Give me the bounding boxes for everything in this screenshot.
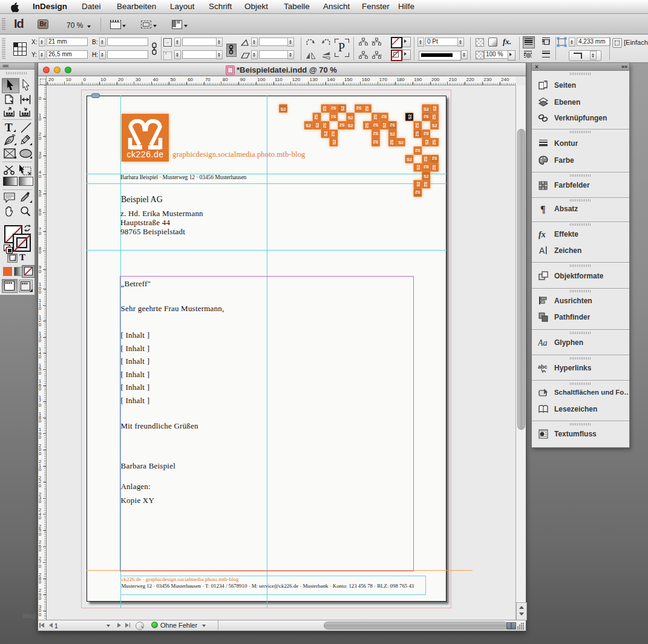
svg-text:S2: S2 <box>373 139 379 145</box>
svg-text:S2: S2 <box>348 123 353 128</box>
svg-text:S2: S2 <box>414 123 420 128</box>
svg-text:S2: S2 <box>382 123 387 128</box>
svg-text:A: A <box>539 246 545 255</box>
svg-text:S2: S2 <box>356 105 362 111</box>
svg-text:S2: S2 <box>322 106 327 111</box>
svg-text:S2: S2 <box>415 148 421 153</box>
svg-text:S2: S2 <box>315 123 320 128</box>
svg-text:fx: fx <box>538 230 546 239</box>
svg-text:S2: S2 <box>424 164 429 169</box>
svg-text:S2: S2 <box>364 123 370 128</box>
svg-text:S2: S2 <box>424 140 430 145</box>
svg-text:S2: S2 <box>432 156 437 161</box>
svg-text:S2: S2 <box>416 182 421 187</box>
svg-text:¶: ¶ <box>540 204 546 214</box>
svg-text:S2: S2 <box>373 114 378 120</box>
svg-text:S2: S2 <box>381 114 387 119</box>
svg-text:S2: S2 <box>424 114 429 119</box>
svg-text:S2: S2 <box>423 156 428 162</box>
svg-text:S2: S2 <box>331 114 336 119</box>
svg-text:S2: S2 <box>339 122 345 128</box>
svg-text:S2: S2 <box>390 131 395 137</box>
svg-text:S2: S2 <box>407 157 412 162</box>
svg-text:S2: S2 <box>431 114 437 120</box>
svg-text:S2: S2 <box>424 107 429 112</box>
svg-text:S2: S2 <box>433 106 438 111</box>
svg-text:abc: abc <box>538 364 548 370</box>
svg-text:S2: S2 <box>348 115 353 120</box>
svg-text:S2: S2 <box>331 105 336 111</box>
svg-text:S2: S2 <box>281 107 286 112</box>
svg-text:S2: S2 <box>415 189 421 195</box>
svg-text:S2: S2 <box>322 123 327 128</box>
svg-text:S2: S2 <box>306 123 311 128</box>
svg-text:S2: S2 <box>323 131 329 137</box>
svg-text:S2: S2 <box>423 182 428 187</box>
svg-text:S2: S2 <box>373 122 379 128</box>
svg-text:S2: S2 <box>398 140 404 145</box>
svg-text:S2: S2 <box>364 106 370 111</box>
svg-text:S2: S2 <box>416 165 421 170</box>
svg-text:ck226.de: ck226.de <box>126 150 163 159</box>
svg-text:S2: S2 <box>340 106 345 111</box>
svg-text:S2: S2 <box>407 114 413 120</box>
svg-text:S2: S2 <box>431 140 437 145</box>
svg-text:S2: S2 <box>332 140 337 145</box>
svg-text:S2: S2 <box>432 123 437 128</box>
svg-text:S2: S2 <box>431 165 437 170</box>
svg-text:S2: S2 <box>424 131 429 136</box>
svg-text:S2: S2 <box>424 174 429 179</box>
svg-text:S2: S2 <box>313 114 319 120</box>
svg-text:S2: S2 <box>390 122 395 128</box>
svg-text:Aa: Aa <box>538 338 548 347</box>
svg-text:S2: S2 <box>373 131 379 136</box>
svg-text:S2: S2 <box>389 140 394 145</box>
svg-text:S2: S2 <box>330 131 336 137</box>
svg-text:S2: S2 <box>414 131 420 137</box>
